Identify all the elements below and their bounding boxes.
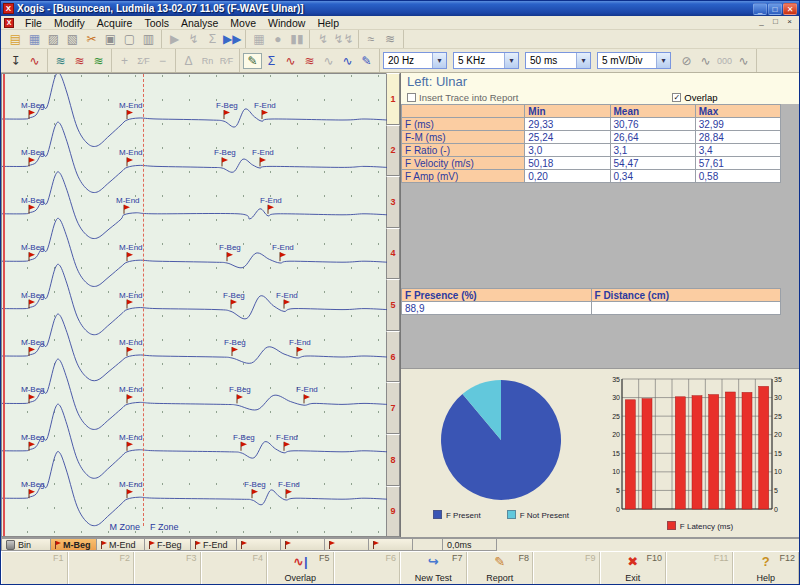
- disable-icon[interactable]: ⊘: [677, 53, 696, 69]
- restore-button[interactable]: □: [768, 3, 782, 15]
- gain-select[interactable]: 5 mV/Div▾: [597, 52, 671, 69]
- menu-acquire[interactable]: Acquire: [91, 17, 139, 29]
- fast-forward-icon[interactable]: ▶▶: [222, 31, 242, 47]
- picker-icon[interactable]: ✎: [243, 53, 262, 69]
- play-icon[interactable]: ▶: [165, 31, 184, 47]
- fkey-exit[interactable]: F10✖Exit: [600, 552, 667, 584]
- chart-icon[interactable]: ≈: [362, 31, 381, 47]
- insert-trace-checkbox[interactable]: [407, 93, 416, 102]
- wave-left-icon[interactable]: ∿: [696, 53, 715, 69]
- trace-number-3[interactable]: 3: [386, 176, 400, 228]
- spring-add-icon[interactable]: ≋: [51, 53, 70, 69]
- f-beg-marker[interactable]: F-Beg: [244, 480, 266, 498]
- m-beg-marker[interactable]: M-Beg: [21, 480, 45, 498]
- menu-tools[interactable]: Tools: [138, 17, 175, 29]
- m-beg-marker[interactable]: M-Beg: [21, 433, 45, 451]
- paste-icon[interactable]: ▢: [120, 31, 139, 47]
- train-stim-icon[interactable]: ↯↯: [332, 31, 354, 47]
- mdi-restore-button[interactable]: □: [769, 17, 782, 28]
- m-end-marker[interactable]: M-End: [119, 148, 143, 166]
- f-beg-marker[interactable]: F-Beg: [233, 433, 255, 451]
- m-end-marker[interactable]: M-End: [119, 291, 143, 309]
- chevron-down-icon[interactable]: ▾: [432, 53, 446, 68]
- m-beg-marker[interactable]: M-Beg: [21, 385, 45, 403]
- wave-single-icon[interactable]: ∿: [338, 53, 357, 69]
- chevron-down-icon[interactable]: ▾: [504, 53, 518, 68]
- menu-analyse[interactable]: Analyse: [175, 17, 224, 29]
- trace-number-7[interactable]: 7: [386, 382, 400, 434]
- m-end-marker[interactable]: M-End: [119, 385, 143, 403]
- averager-icon[interactable]: ≋: [381, 31, 400, 47]
- fkey-new-test[interactable]: F7↪New Test: [400, 552, 467, 584]
- f-end-marker[interactable]: F-End: [296, 385, 318, 403]
- plus-icon[interactable]: +: [115, 53, 134, 69]
- m-end-marker[interactable]: M-End: [119, 480, 143, 498]
- f-end-marker[interactable]: F-End: [289, 338, 311, 356]
- m-beg-marker[interactable]: M-Beg: [21, 101, 45, 119]
- mdi-close-button[interactable]: ×: [783, 17, 796, 28]
- m-end-marker[interactable]: M-End: [116, 196, 140, 214]
- wave-mark-icon[interactable]: ∿: [281, 53, 300, 69]
- latency-ruler-icon[interactable]: ∿: [25, 53, 44, 69]
- mdi-minimize-button[interactable]: _: [755, 17, 768, 28]
- m-beg-marker[interactable]: M-Beg: [21, 243, 45, 261]
- m-beg-marker[interactable]: M-Beg: [21, 291, 45, 309]
- fkey-help[interactable]: F12?Help: [733, 552, 800, 584]
- trace-number-5[interactable]: 5: [386, 279, 400, 331]
- menu-file[interactable]: File: [19, 17, 48, 29]
- f-beg-marker[interactable]: F-Beg: [219, 243, 241, 261]
- close-button[interactable]: ✕: [783, 3, 797, 15]
- sweep-select[interactable]: 50 ms▾: [525, 52, 591, 69]
- spring-rotate-icon[interactable]: ≋: [89, 53, 108, 69]
- menu-modify[interactable]: Modify: [48, 17, 91, 29]
- f-end-marker[interactable]: F-End: [272, 243, 294, 261]
- f-beg-marker[interactable]: F-Beg: [214, 148, 236, 166]
- m-end-marker[interactable]: M-End: [119, 243, 143, 261]
- m-beg-marker[interactable]: M-Beg: [21, 148, 45, 166]
- f-end-marker[interactable]: F-End: [276, 433, 298, 451]
- wave-shift-icon[interactable]: ∿: [319, 53, 338, 69]
- f-beg-marker[interactable]: F-Beg: [229, 385, 251, 403]
- trace-number-9[interactable]: 9: [386, 486, 400, 538]
- chevron-down-icon[interactable]: ▾: [576, 53, 590, 68]
- f-beg-marker[interactable]: F-Beg: [216, 101, 238, 119]
- fkey-report[interactable]: F8✎Report: [467, 552, 534, 584]
- rn-icon[interactable]: Rn: [198, 53, 217, 69]
- notes-icon[interactable]: ✎: [357, 53, 376, 69]
- record-icon[interactable]: ●: [268, 31, 287, 47]
- trace-number-6[interactable]: 6: [386, 331, 400, 383]
- menu-window[interactable]: Window: [262, 17, 311, 29]
- m-end-marker[interactable]: M-End: [119, 338, 143, 356]
- f-end-marker[interactable]: F-End: [252, 148, 274, 166]
- highfreq-select[interactable]: 5 KHz▾: [453, 52, 519, 69]
- delta-icon[interactable]: Δ: [179, 53, 198, 69]
- rf-icon[interactable]: R⁄F: [217, 53, 236, 69]
- save-icon[interactable]: ▦: [25, 31, 44, 47]
- counter-label[interactable]: 000: [715, 53, 734, 69]
- lowfreq-select[interactable]: 20 Hz▾: [383, 52, 447, 69]
- f-end-marker[interactable]: F-End: [278, 480, 300, 498]
- overlap-checkbox[interactable]: ✓: [672, 93, 681, 102]
- store-icon[interactable]: ▦: [249, 31, 268, 47]
- single-stim-icon[interactable]: ↯: [313, 31, 332, 47]
- print-preview-icon[interactable]: ▥: [139, 31, 158, 47]
- zone-divider-line[interactable]: [143, 74, 144, 526]
- trace-number-2[interactable]: 2: [386, 125, 400, 177]
- minimize-button[interactable]: _: [753, 3, 767, 15]
- m-end-marker[interactable]: M-End: [119, 101, 143, 119]
- sum-icon[interactable]: Σ: [262, 53, 281, 69]
- f-beg-marker[interactable]: F-Beg: [223, 291, 245, 309]
- stimulate-icon[interactable]: ↯: [184, 31, 203, 47]
- cut-icon[interactable]: ✂: [82, 31, 101, 47]
- m-beg-marker[interactable]: M-Beg: [21, 338, 45, 356]
- f-beg-marker[interactable]: F-Beg: [224, 338, 246, 356]
- spring-delete-icon[interactable]: ≋: [70, 53, 89, 69]
- pause-icon[interactable]: ▮▮: [287, 31, 306, 47]
- wave-right-icon[interactable]: ∿: [734, 53, 753, 69]
- copy-icon[interactable]: ▣: [101, 31, 120, 47]
- chevron-down-icon[interactable]: ▾: [656, 53, 670, 68]
- f-end-marker[interactable]: F-End: [254, 101, 276, 119]
- trace-number-4[interactable]: 4: [386, 228, 400, 280]
- marker-tool-icon[interactable]: ↧: [6, 53, 25, 69]
- open-icon[interactable]: ▤: [6, 31, 25, 47]
